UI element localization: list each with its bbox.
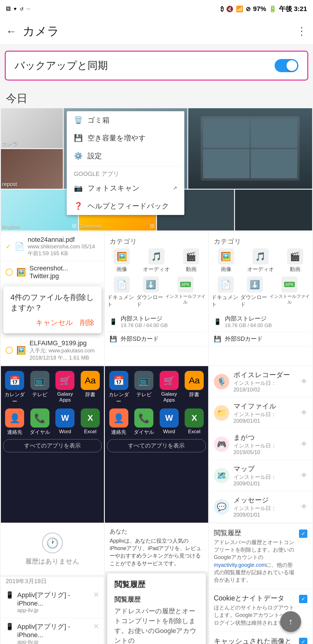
contacts-icon-1: 👤: [5, 408, 24, 428]
notif-appliv-2[interactable]: 📱 Appliv[アプリグ] - iPhone... app-liv.jp ✕: [1, 618, 104, 644]
more-options-button[interactable]: ⋮: [296, 25, 307, 38]
backup-toggle[interactable]: [275, 59, 298, 72]
dial-label-1: ダイヤル: [30, 429, 50, 436]
notif-close-1[interactable]: ✕: [93, 591, 99, 599]
app-calendar-1[interactable]: 📅 カレンダー: [3, 371, 26, 405]
top-bar: ← カメラ ⋮: [0, 18, 313, 45]
photo-camera[interactable]: カメラ: [1, 108, 63, 148]
app-excel-2[interactable]: X Excel: [183, 408, 206, 436]
screenshot-checkbox[interactable]: [6, 269, 13, 276]
cat-apk-1[interactable]: APK インストールファイル: [165, 276, 205, 308]
notif-appliv-1[interactable]: 📱 Appliv[アプリグ] - iPhone... app-liv.jp ✕: [1, 586, 104, 618]
privacy-check-0[interactable]: ✓: [299, 530, 307, 538]
voice-recorder-action[interactable]: 👁: [301, 378, 307, 386]
cat-doc-2[interactable]: 📄 ドキュメント: [211, 276, 240, 308]
internal-label-2: 内部ストレージ: [225, 315, 307, 323]
jpg-checkbox[interactable]: [6, 347, 13, 354]
app-word-1[interactable]: W Word: [54, 408, 77, 436]
delete-cancel-button[interactable]: キャンセル: [36, 318, 73, 327]
delete-dialog-actions: キャンセル 削除: [10, 318, 94, 327]
magatu-action[interactable]: 👁: [301, 440, 307, 448]
settings-icon: ⚙️: [74, 152, 83, 160]
app-dial-1[interactable]: 📞 ダイヤル: [29, 408, 52, 436]
app-galaxy-1[interactable]: 🛒 Galaxy Apps: [54, 371, 77, 405]
app-excel-1[interactable]: X Excel: [79, 408, 102, 436]
myfiles-action[interactable]: 👁: [301, 409, 307, 417]
context-trash[interactable]: 🗑️ ゴミ箱: [67, 111, 185, 129]
voice-recorder-icon: 🎙️: [214, 374, 229, 389]
app-myfiles[interactable]: 📁 マイファイル インストール日：2009/01/01 👁: [209, 397, 312, 429]
delete-dialog-title: 4件のファイルを削除しますか？: [10, 292, 94, 313]
photo-extra2[interactable]: [235, 190, 312, 230]
delete-confirm-button[interactable]: 削除: [80, 318, 94, 327]
file-item-screenshot[interactable]: 🖼️ Screenshot... Twitter.jpg: [1, 261, 104, 284]
app-tv-2[interactable]: 📺 テレビ: [133, 371, 155, 405]
dial-label-2: ダイヤル: [134, 429, 154, 436]
sdcard-1[interactable]: 💾 外部SDカード: [107, 332, 205, 346]
google-apps-label: GOOGLE アプリ: [67, 168, 185, 179]
tv-label-1: テレビ: [32, 391, 47, 398]
internal-storage-1[interactable]: 📱 内部ストレージ 19.78 GB / 64.00 GB: [107, 312, 205, 332]
trash-icon: 🗑️: [74, 116, 83, 124]
audio-cat-icon-2: 🎵: [253, 248, 269, 264]
tv-icon-2: 📺: [134, 371, 153, 390]
show-all-btn-1[interactable]: すべてのアプリを表示: [3, 439, 102, 452]
privacy-check-1[interactable]: ✓: [299, 595, 307, 603]
dict-label-1: 辞書: [85, 391, 95, 398]
app-word-2[interactable]: W Word: [158, 408, 180, 436]
privacy-link[interactable]: myactivity.google.com: [214, 562, 266, 568]
app-messages[interactable]: 💬 メッセージ インストール日：2009/01/01 👁: [209, 491, 312, 523]
privacy-info-2: キャッシュされた画像とファイル 4.8 MBを解放します。サイトによっては、次回…: [214, 637, 295, 644]
fab-button[interactable]: ↑: [280, 611, 301, 632]
photo-longshot-label: longshot: [2, 224, 20, 229]
file-item-pdf[interactable]: ✓ 📄 note24annai.pdf www.shikisensha.com …: [1, 232, 104, 261]
app-tv-1[interactable]: 📺 テレビ: [29, 371, 52, 405]
context-help[interactable]: ❓ ヘルプとフィードバック: [67, 197, 185, 215]
cat-doc-1[interactable]: 📄 ドキュメント: [107, 276, 136, 308]
cat-image-1[interactable]: 🖼️ 画像: [114, 248, 130, 273]
cat-video-2[interactable]: 🎬 動画: [287, 248, 303, 273]
cat-audio-2[interactable]: 🎵 オーディオ: [247, 248, 274, 273]
app-contacts-1[interactable]: 👤 連絡先: [3, 408, 26, 436]
photo-repost[interactable]: repost: [1, 149, 63, 189]
cat-apk-2[interactable]: APK インストールファイル: [270, 276, 310, 308]
sdcard-2[interactable]: 💾 外部SDカード: [211, 332, 310, 346]
cat-download-1[interactable]: ⬇️ ダウンロード: [136, 276, 165, 308]
file-item-jpg[interactable]: 🖼️ ELFAIMG_9199.jpg 入手元: www.pakutaso.co…: [1, 336, 104, 365]
messages-action[interactable]: 👁: [301, 503, 307, 511]
context-photoscan[interactable]: 📷 フォトスキャン ↗: [67, 179, 185, 197]
cat-dl-2[interactable]: ⬇️ ダウンロード: [240, 276, 269, 308]
context-free-space[interactable]: 💾 空き容量を増やす: [67, 129, 185, 147]
app-dict-2[interactable]: Aa 辞書: [183, 371, 206, 405]
context-settings[interactable]: ⚙️ 設定: [67, 147, 185, 165]
jpg-sub: 入手元: www.pakutaso.com 2018/12/18 午... 1.…: [29, 347, 99, 361]
galaxy-icon-1: 🛒: [55, 371, 74, 390]
app-galaxy-2[interactable]: 🛒 Galaxy Apps: [158, 371, 180, 405]
cat-video-1[interactable]: 🎬 動画: [183, 248, 199, 273]
notif-close-2[interactable]: ✕: [93, 622, 99, 631]
appliv-intro-text: あなた: [110, 527, 203, 535]
app-dict-1[interactable]: Aa 辞書: [79, 371, 102, 405]
app-icons-row-1a: 📅 カレンダー 📺 テレビ 🛒 Galaxy Apps Aa 辞書: [3, 371, 102, 405]
app-dial-2[interactable]: 📞 ダイヤル: [133, 408, 155, 436]
phone-icon-2: 📱: [214, 318, 221, 325]
show-all-btn-2[interactable]: すべてのアプリを表示: [107, 439, 205, 452]
internal-storage-2[interactable]: 📱 内部ストレージ 19.78 GB / 64.00 GB: [211, 312, 310, 332]
myfiles-name: マイファイル: [233, 402, 297, 411]
cat-audio-1[interactable]: 🎵 オーディオ: [143, 248, 170, 273]
maps-action[interactable]: 👁: [301, 472, 307, 479]
photo-screenshot-large[interactable]: [188, 108, 312, 189]
galaxy-label-2: Galaxy Apps: [158, 391, 180, 403]
privacy-check-2[interactable]: ✓: [299, 638, 307, 644]
maps-info: マップ インストール日：2009/01/01: [233, 464, 297, 487]
privacy-desc-0: アドレスバーの履歴とオートコンプリートを削除します。お使いのGoogleアカウン…: [214, 539, 295, 584]
app-contacts-2[interactable]: 👤 連絡先: [107, 408, 130, 436]
back-button[interactable]: ←: [6, 25, 17, 38]
app-calendar-2[interactable]: 📅 カレンダー: [107, 371, 130, 405]
word-icon-2: W: [160, 408, 179, 428]
app-voice-recorder[interactable]: 🎙️ ボイスレコーダー インストール日：2018/10/02 👁: [209, 366, 312, 397]
cat-image-2[interactable]: 🖼️ 画像: [218, 248, 234, 273]
app-magatu[interactable]: 🎮 まがつ インストール日：2019/05/10 👁: [209, 429, 312, 460]
undo-icon: ↺: [20, 6, 24, 12]
app-maps[interactable]: 🗺️ マップ インストール日：2009/01/01 👁: [209, 460, 312, 491]
